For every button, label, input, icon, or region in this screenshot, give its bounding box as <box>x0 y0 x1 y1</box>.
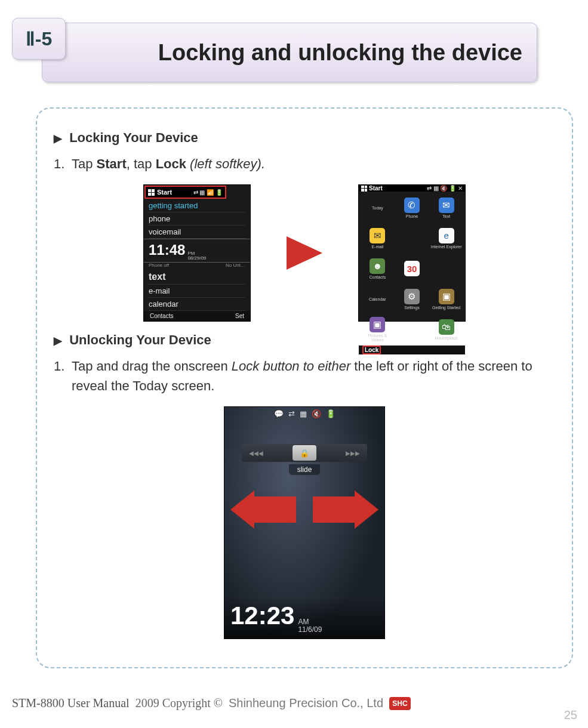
app-icon: ✆ <box>404 198 420 213</box>
app-tile: ✉E-mail <box>361 224 394 252</box>
chapter-label: Ⅱ-5 <box>26 27 52 50</box>
app-tile: ⚙Settings <box>396 285 429 313</box>
phoneC-status-bar: 💬 ⇄ ▦ 🔇 🔋 <box>224 407 384 420</box>
volume-icon: 🔇 <box>312 409 321 418</box>
signal-icon: ⇄ ▦ 🔇 🔋 ✕ <box>427 185 463 192</box>
signal-icon: ⇄ ▦ 📶 🔋 <box>193 189 223 196</box>
battery-icon: 🔋 <box>326 409 335 418</box>
app-label: Getting Started <box>432 306 460 310</box>
chevron-left-icon: ◀◀◀ <box>249 450 263 456</box>
page-number: 25 <box>564 708 577 722</box>
app-label: Phone <box>406 214 418 218</box>
title-banner: Locking and unlocking the device <box>42 23 537 82</box>
slide-direction-arrows <box>224 496 384 523</box>
unlock-step: 1. Tap and drag the onscreen Lock button… <box>54 356 555 396</box>
lock-slider: ◀◀◀ 🔒 ▶▶▶ slide <box>224 444 384 475</box>
app-label: Calendar <box>369 297 386 301</box>
app-tile: ✉Text <box>430 193 463 222</box>
app-icon: 30 <box>404 261 420 276</box>
phones-row: Start ⇄ ▦ 📶 🔋 getting started phone voic… <box>54 184 555 322</box>
windows-icon <box>361 186 367 192</box>
phone-today-screen: Start ⇄ ▦ 📶 🔋 getting started phone voic… <box>143 184 251 322</box>
windows-icon <box>148 189 155 196</box>
app-tile: ☻Contacts <box>361 254 394 283</box>
slide-label: slide <box>289 464 321 475</box>
list-item: phone <box>149 212 245 226</box>
list-item: e-mail <box>149 285 245 298</box>
app-label: Contacts <box>370 275 386 279</box>
chevron-right-icon: ▶▶▶ <box>346 450 360 456</box>
triangle-icon: ▶ <box>54 335 62 347</box>
copyright: 2009 Copyright © <box>136 696 223 710</box>
company-name: Shinheung Precision Co., Ltd <box>229 696 383 710</box>
company-logo: SHC <box>389 697 411 710</box>
lock-softkey-highlight: Lock <box>362 346 381 354</box>
arrow-right-icon <box>313 496 378 523</box>
app-tile <box>430 254 463 283</box>
arrow-right-icon <box>287 236 322 270</box>
list-item: text <box>149 270 245 285</box>
app-tile: Today <box>361 193 394 222</box>
phoneB-footer: Lock <box>359 346 465 354</box>
app-tile <box>396 315 429 344</box>
app-tile: 30 <box>396 254 429 283</box>
app-tile: 🛍Marketplace <box>430 315 463 344</box>
lock-knob: 🔒 <box>293 445 316 461</box>
app-icon: ▣ <box>370 317 385 332</box>
phoneA-status-bar: Start ⇄ ▦ 📶 🔋 <box>146 187 225 198</box>
app-label: Marketplace <box>435 336 458 340</box>
page-footer: STM-8800 User Manual 2009 Copyright © Sh… <box>12 696 576 710</box>
lock-softkey: Lock <box>365 347 378 353</box>
phone-start-menu: Start ⇄ ▦ 🔇 🔋 ✕ Today✆Phone✉Text✉E-maile… <box>358 184 466 322</box>
app-label: E-mail <box>371 245 383 249</box>
chat-icon: 💬 <box>274 409 284 418</box>
app-label: Today <box>372 206 383 210</box>
app-icon: ✉ <box>439 198 454 213</box>
triangle-icon: ▶ <box>54 132 62 144</box>
app-label: Pictures & Videos <box>361 334 394 342</box>
app-tile: ▣Pictures & Videos <box>361 315 394 344</box>
arrow-left-icon <box>230 496 296 523</box>
app-label: Internet Explorer <box>431 245 462 249</box>
app-icon: e <box>439 228 454 243</box>
sync-icon: ⇄ <box>288 409 295 418</box>
phoneC-clock: 12:23 AM 11/6/09 <box>224 598 384 638</box>
chapter-tab: Ⅱ-5 <box>12 18 66 60</box>
lock-icon: 🔒 <box>300 449 309 458</box>
phoneA-footer: Contacts Set <box>144 311 250 321</box>
phoneA-clock: 11:48 PM08/29/09 <box>144 239 250 263</box>
app-tile: ▣Getting Started <box>430 285 463 313</box>
app-icon: ☻ <box>370 258 385 274</box>
page-title: Locking and unlocking the device <box>158 40 522 66</box>
phoneB-status-bar: Start ⇄ ▦ 🔇 🔋 ✕ <box>359 185 465 192</box>
app-tile: eInternet Explorer <box>430 224 463 252</box>
list-item: getting started <box>149 199 245 212</box>
signal-icon: ▦ <box>300 409 307 418</box>
phone-lock-screen: 💬 ⇄ ▦ 🔇 🔋 ◀◀◀ 🔒 ▶▶▶ slide 12:23 AM 11/6/… <box>224 406 385 639</box>
app-label: Text <box>442 214 450 218</box>
section-heading-unlocking: ▶ Unlocking Your Device <box>54 332 555 348</box>
app-icon: ⚙ <box>404 289 420 304</box>
app-tile: ✆Phone <box>396 193 429 222</box>
list-item: calendar <box>149 298 245 311</box>
list-item: voicemail <box>149 226 245 239</box>
app-tile <box>396 224 429 252</box>
lock-step: 1. Tap Start, tap Lock (left softkey). <box>54 154 555 174</box>
app-icon: 🛍 <box>439 319 454 335</box>
manual-name: STM-8800 User Manual <box>12 696 130 710</box>
content-box: ▶ Locking Your Device 1. Tap Start, tap … <box>36 107 573 668</box>
app-label: Settings <box>404 306 419 310</box>
app-tile: Calendar <box>361 285 394 313</box>
section-heading-locking: ▶ Locking Your Device <box>54 130 555 146</box>
app-icon: ▣ <box>439 289 454 304</box>
app-icon: ✉ <box>370 228 385 243</box>
